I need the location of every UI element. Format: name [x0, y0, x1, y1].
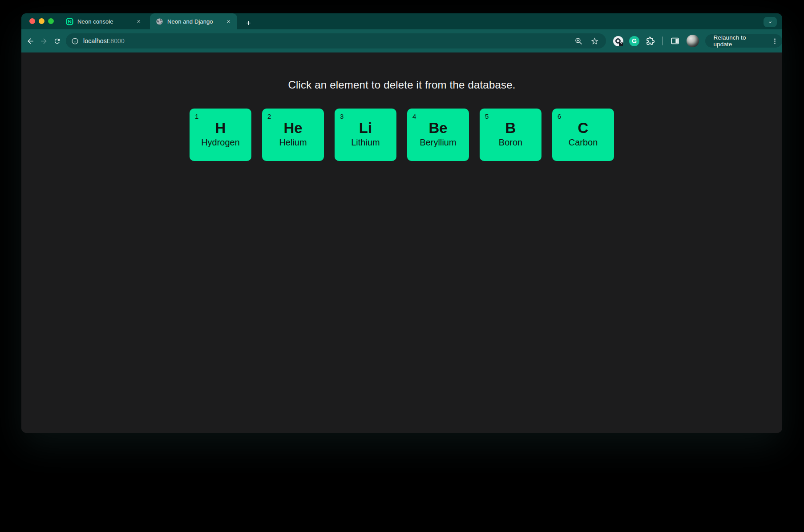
element-card[interactable]: 1 H Hydrogen: [190, 109, 251, 161]
reload-button[interactable]: [50, 34, 64, 48]
tab-strip: Neon console Neon and Django: [21, 13, 782, 29]
element-card[interactable]: 4 Be Beryllium: [407, 109, 469, 161]
element-symbol: He: [262, 120, 324, 136]
element-name: Beryllium: [407, 137, 469, 148]
element-card-row: 1 H Hydrogen 2 He Helium 3 Li Lithium 4 …: [21, 109, 782, 161]
grammarly-extension-icon[interactable]: G: [629, 36, 639, 46]
grammarly-letter: G: [629, 36, 639, 46]
relaunch-label: Relaunch to update: [713, 34, 766, 48]
tab-title: Neon console: [77, 18, 135, 25]
element-symbol: Li: [335, 120, 396, 136]
zoom-window-button[interactable]: [48, 18, 54, 24]
back-arrow-icon: [26, 37, 35, 45]
element-symbol: B: [480, 120, 541, 136]
tab-neon-and-django[interactable]: Neon and Django: [150, 13, 237, 29]
element-symbol: Be: [407, 120, 469, 136]
tab-search-button[interactable]: [764, 17, 777, 27]
forward-arrow-icon: [40, 37, 48, 45]
toolbar-separator: [662, 36, 663, 45]
url-text[interactable]: localhost:8000: [83, 37, 574, 44]
element-number: 1: [195, 113, 198, 120]
element-card[interactable]: 5 B Boron: [480, 109, 541, 161]
extensions-puzzle-icon[interactable]: [645, 36, 655, 46]
element-card[interactable]: 2 He Helium: [262, 109, 324, 161]
profile-avatar[interactable]: [687, 35, 699, 47]
minimize-window-button[interactable]: [39, 18, 44, 24]
tab-close-icon[interactable]: [135, 17, 143, 25]
zoom-level-icon[interactable]: [574, 37, 583, 45]
page-title: Click an element to delete it from the d…: [21, 77, 782, 93]
element-number: 5: [485, 113, 489, 120]
element-symbol: C: [552, 120, 614, 136]
element-name: Carbon: [552, 137, 614, 148]
element-name: Helium: [262, 137, 324, 148]
password-manager-extension-icon[interactable]: [613, 36, 623, 46]
element-symbol: H: [190, 120, 251, 136]
web-page-content: Click an element to delete it from the d…: [21, 52, 782, 433]
relaunch-to-update-button[interactable]: Relaunch to update: [705, 34, 782, 48]
element-number: 2: [267, 113, 271, 120]
bookmark-star-icon[interactable]: [590, 37, 599, 45]
neon-logo-icon: [66, 18, 73, 25]
tab-neon-console[interactable]: Neon console: [60, 13, 147, 29]
site-info-icon[interactable]: [71, 37, 79, 45]
url-port: :8000: [109, 37, 125, 44]
element-number: 3: [340, 113, 343, 120]
url-host: localhost: [83, 37, 109, 44]
element-name: Boron: [480, 137, 541, 148]
tab-close-icon[interactable]: [225, 17, 233, 25]
chevron-down-icon: [768, 20, 773, 25]
new-tab-button[interactable]: [242, 17, 254, 28]
browser-toolbar: localhost:8000 G: [21, 29, 782, 52]
browser-menu-icon[interactable]: [771, 37, 779, 45]
back-button[interactable]: [24, 34, 37, 48]
url-bar[interactable]: localhost:8000: [66, 33, 606, 48]
plus-icon: [245, 20, 252, 26]
browser-window: Neon console Neon and Django: [21, 13, 782, 433]
extensions-area: G: [613, 35, 699, 47]
close-window-button[interactable]: [29, 18, 35, 24]
tab-title: Neon and Django: [167, 18, 225, 25]
element-number: 6: [558, 113, 561, 120]
element-name: Hydrogen: [190, 137, 251, 148]
element-card[interactable]: 6 C Carbon: [552, 109, 614, 161]
globe-icon: [156, 18, 163, 25]
element-name: Lithium: [335, 137, 396, 148]
element-card[interactable]: 3 Li Lithium: [335, 109, 396, 161]
element-number: 4: [412, 113, 416, 120]
forward-button[interactable]: [37, 34, 50, 48]
reload-icon: [53, 37, 61, 45]
traffic-lights: [29, 18, 54, 24]
side-panel-icon[interactable]: [670, 36, 680, 46]
